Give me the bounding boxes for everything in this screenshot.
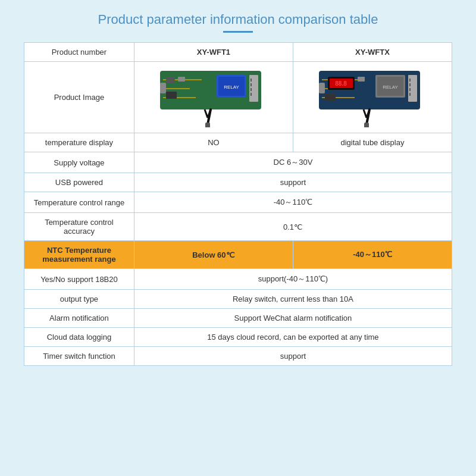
ntc-col2: -40～110℃ <box>293 241 452 269</box>
row-label-usb: USB powered <box>24 173 134 192</box>
table-row-18b20: Yes/No support 18B20 support(-40～110℃) <box>24 269 452 290</box>
supply-voltage-value: DC 6～30V <box>134 152 452 173</box>
svg-rect-38 <box>364 123 369 127</box>
row-label-alarm: Alarm notification <box>24 309 134 328</box>
row-label-product-image: Product Image <box>24 62 134 133</box>
svg-rect-31 <box>358 77 365 82</box>
pcb-image-2: RELAY 88.8 <box>313 68 432 127</box>
row-label-temp-accuracy: Temperature control accuracy <box>24 213 134 241</box>
svg-rect-33 <box>409 79 411 82</box>
row-label-temp-display: temperature display <box>24 133 134 152</box>
temp-display-col1: NO <box>134 133 293 152</box>
product-image-col1: RELAY <box>134 62 293 133</box>
temp-range-value: -40～110℃ <box>134 192 452 213</box>
temp-accuracy-value: 0.1℃ <box>134 213 452 241</box>
row-label-timer: Timer switch function <box>24 347 134 366</box>
ntc-col1: Below 60℃ <box>134 241 293 269</box>
timer-value: support <box>134 347 452 366</box>
svg-rect-8 <box>178 77 185 82</box>
table-row-alarm: Alarm notification Support WeChat alarm … <box>24 309 452 328</box>
18b20-value: support(-40～110℃) <box>134 269 452 290</box>
temp-display-col2: digital tube display <box>293 133 452 152</box>
table-row-timer: Timer switch function support <box>24 347 452 366</box>
svg-rect-35 <box>409 88 411 91</box>
svg-rect-30 <box>325 94 336 101</box>
svg-rect-34 <box>409 83 411 86</box>
table-row-temp-display: temperature display NO digital tube disp… <box>24 133 452 152</box>
row-label-output: output type <box>24 290 134 309</box>
row-label-temp-range: Temperature control range <box>24 192 134 213</box>
row-label-ntc: NTC Temperature measurement range <box>24 241 134 269</box>
product-number-col2: XY-WFTX <box>293 43 452 62</box>
row-label-cloud: Cloud data logging <box>24 328 134 347</box>
table-row-supply-voltage: Supply voltage DC 6～30V <box>24 152 452 173</box>
svg-rect-13 <box>250 88 252 91</box>
svg-text:RELAY: RELAY <box>224 84 239 90</box>
svg-rect-12 <box>250 83 252 86</box>
row-label-supply-voltage: Supply voltage <box>24 152 134 173</box>
svg-rect-41 <box>319 83 325 93</box>
table-row: Product number XY-WFT1 XY-WFTX <box>24 43 452 62</box>
usb-value: support <box>134 173 452 192</box>
alarm-value: Support WeChat alarm notification <box>134 309 452 328</box>
svg-rect-9 <box>166 92 177 99</box>
table-row-usb: USB powered support <box>24 173 452 192</box>
svg-rect-16 <box>205 123 210 127</box>
svg-rect-11 <box>250 79 252 82</box>
output-value: Relay switch, current less than 10A <box>134 290 452 309</box>
product-number-col1: XY-WFT1 <box>134 43 293 62</box>
table-row-temp-accuracy: Temperature control accuracy 0.1℃ <box>24 213 452 241</box>
pcb-image-1: RELAY <box>154 68 273 127</box>
table-row-temp-range: Temperature control range -40～110℃ <box>24 192 452 213</box>
page-title: Product parameter information comparison… <box>98 12 378 27</box>
row-label-product-number: Product number <box>24 43 134 62</box>
row-label-18b20: Yes/No support 18B20 <box>24 269 134 290</box>
svg-rect-14 <box>250 93 252 96</box>
svg-rect-36 <box>409 93 411 96</box>
comparison-table: Product number XY-WFT1 XY-WFTX Product I… <box>24 42 452 366</box>
product-image-col2: RELAY 88.8 <box>293 62 452 133</box>
cloud-value: 15 days cloud record, can be exported at… <box>134 328 452 347</box>
table-row-output: output type Relay switch, current less t… <box>24 290 452 309</box>
title-underline <box>223 31 253 33</box>
svg-rect-7 <box>166 77 175 83</box>
svg-rect-19 <box>160 83 166 93</box>
table-row-ntc: NTC Temperature measurement range Below … <box>24 241 452 269</box>
table-row-cloud: Cloud data logging 15 days cloud record,… <box>24 328 452 347</box>
table-row-image: Product Image RELAY <box>24 62 452 133</box>
svg-text:RELAY: RELAY <box>383 84 398 90</box>
svg-text:88.8: 88.8 <box>335 80 347 87</box>
